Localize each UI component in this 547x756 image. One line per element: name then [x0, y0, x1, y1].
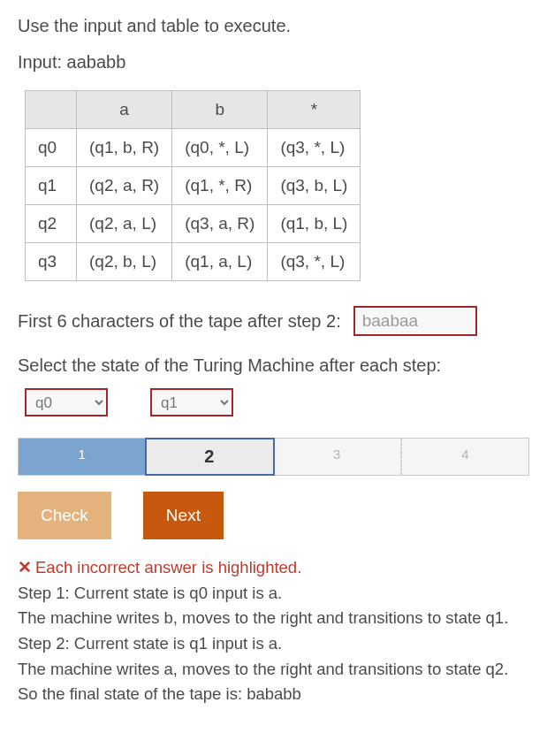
instruction-text: Use the input and table to execute.: [18, 16, 529, 36]
transition-table: a b * q0(q1, b, R)(q0, *, L)(q3, *, L)q1…: [25, 90, 361, 281]
input-value: aababb: [67, 52, 126, 72]
transition-cell: (q3, *, L): [268, 129, 361, 167]
step-3[interactable]: 3: [274, 439, 401, 475]
state-cell: q2: [26, 205, 77, 243]
th-star: *: [268, 91, 361, 129]
tape-input[interactable]: [353, 306, 477, 336]
feedback-line: The machine writes a, moves to the right…: [18, 657, 529, 683]
input-label: Input:: [18, 52, 62, 72]
transition-cell: (q3, b, L): [268, 167, 361, 205]
table-row: q1(q2, a, R)(q1, *, R)(q3, b, L): [26, 167, 361, 205]
state-select-2[interactable]: q0q1q2q3: [150, 388, 233, 416]
transition-cell: (q1, *, R): [172, 167, 268, 205]
transition-cell: (q2, a, R): [77, 167, 172, 205]
transition-cell: (q0, *, L): [172, 129, 268, 167]
feedback-line: Step 1: Current state is q0 input is a.: [18, 581, 529, 607]
feedback-line: So the final state of the tape is: babab…: [18, 682, 529, 707]
transition-cell: (q2, b, L): [77, 243, 172, 281]
feedback-block: ✕Each incorrect answer is highlighted. S…: [18, 555, 529, 707]
transition-cell: (q1, b, R): [77, 129, 172, 167]
step-1[interactable]: 1: [19, 439, 146, 475]
th-a: a: [77, 91, 172, 129]
state-cell: q1: [26, 167, 77, 205]
step-4[interactable]: 4: [401, 439, 528, 475]
transition-cell: (q3, *, L): [268, 243, 361, 281]
transition-cell: (q3, a, R): [172, 205, 268, 243]
state-cell: q0: [26, 129, 77, 167]
x-icon: ✕: [18, 558, 32, 577]
transition-cell: (q2, a, L): [77, 205, 172, 243]
step-2[interactable]: 2: [146, 439, 273, 475]
tape-prompt: First 6 characters of the tape after ste…: [18, 311, 341, 332]
state-prompt: Select the state of the Turing Machine a…: [18, 355, 529, 376]
feedback-highlight: Each incorrect answer is highlighted.: [35, 558, 301, 577]
next-button[interactable]: Next: [143, 492, 224, 539]
input-line: Input: aababb: [18, 52, 529, 73]
state-select-1[interactable]: q0q1q2q3: [25, 388, 108, 416]
feedback-line: The machine writes b, moves to the right…: [18, 606, 529, 631]
th-blank: [26, 91, 77, 129]
transition-cell: (q1, b, L): [268, 205, 361, 243]
transition-cell: (q1, a, L): [172, 243, 268, 281]
state-cell: q3: [26, 243, 77, 281]
step-indicator: 1234: [18, 438, 529, 476]
th-b: b: [172, 91, 268, 129]
table-row: q0(q1, b, R)(q0, *, L)(q3, *, L): [26, 129, 361, 167]
feedback-line: Step 2: Current state is q1 input is a.: [18, 631, 529, 657]
table-row: q3(q2, b, L)(q1, a, L)(q3, *, L): [26, 243, 361, 281]
check-button[interactable]: Check: [18, 492, 111, 539]
table-row: q2(q2, a, L)(q3, a, R)(q1, b, L): [26, 205, 361, 243]
